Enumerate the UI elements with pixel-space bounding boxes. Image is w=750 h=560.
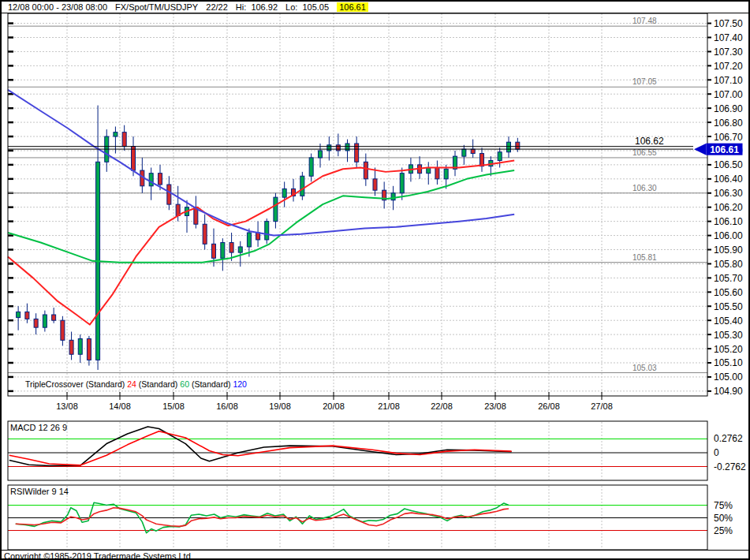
y-axis-label: 105.00 [714,371,743,383]
legend-part: 60 [180,379,189,389]
indicator-legend: TripleCrossover (Standard) 24 (Standard)… [25,379,247,389]
y-axis-label: 106.80 [714,118,743,129]
rsi-axis-label: 75% [714,500,733,511]
macd-axis-label: 0.2762 [714,433,743,444]
bar-count: 22/22 [206,2,228,12]
y-axis-label: 106.40 [714,174,743,185]
y-axis-label: 107.40 [714,32,743,43]
y-axis-label: 106.90 [714,103,743,114]
x-axis-label: 22/08 [431,401,453,411]
date-range: 12/08 00:00 - 23/08 08:00 [8,2,107,12]
y-axis-label: 107.20 [714,61,743,72]
y-axis-label: 107.30 [714,47,743,58]
chart-header: 12/08 00:00 - 23/08 08:00 FX/Spot/TM/USD… [8,2,374,12]
legend-part: (Standard) [189,379,233,389]
y-axis-label: 105.60 [714,287,743,298]
macd-plot-area[interactable] [8,421,707,480]
macd-axis-label: -0.2762 [714,461,746,472]
x-axis-label: 16/08 [216,401,238,411]
y-axis-label: 106.00 [714,230,743,241]
y-axis-label: 105.70 [714,273,743,284]
y-axis-label: 106.20 [714,202,743,213]
y-axis-label: 105.90 [714,245,743,256]
y-axis-label: 107.50 [714,18,743,29]
y-axis-label: 105.50 [714,301,743,312]
x-axis-label: 13/08 [56,401,78,411]
lo-label: Lo: [285,2,297,12]
y-axis-label: 106.50 [714,159,743,170]
legend-part: 120 [233,379,247,389]
macd-axis-label: 0 [714,447,719,458]
symbol: FX/Spot/TM/USDJPY [115,2,198,12]
x-axis-label: 23/08 [484,401,506,411]
y-axis-label: 105.80 [714,259,743,270]
last-price-text: 106.61 [710,144,739,155]
legend-part: 24 [127,379,136,389]
y-axis-label: 106.30 [714,188,743,199]
y-axis-label: 105.10 [714,357,743,368]
y-axis-label: 104.90 [714,386,743,397]
rsi-axis-label: 50% [714,513,733,524]
x-axis-label: 14/08 [109,401,131,411]
macd-panel-title: MACD 12 26 9 [10,423,67,432]
rsi-axis-label: 25% [714,525,733,536]
y-axis-label: 105.30 [714,330,743,341]
x-axis-label: 26/08 [538,401,560,411]
y-axis-label: 107.00 [714,89,743,100]
legend-part: (Standard) [136,379,180,389]
y-axis-label: 105.40 [714,315,743,327]
x-axis-label: 19/08 [269,401,291,411]
copyright-text: Copyright ©1985-2019 Tradermade Systems … [4,551,191,560]
x-axis-label: 20/08 [323,401,345,411]
rsi-panel-title: RSIWilder 9 14 [10,487,69,496]
y-axis-label: 107.10 [714,75,743,86]
chart-window: 107.50107.40107.30107.20107.10107.00106.… [0,0,750,560]
lo-value: 105.05 [302,2,329,12]
x-axis-label: 21/08 [378,401,400,411]
x-axis-label: 27/08 [591,401,613,411]
main-chart-svg: 107.50107.40107.30107.20107.10107.00106.… [2,2,750,560]
last-price-badge: 106.61 [337,2,368,12]
y-axis-label: 106.10 [714,216,743,227]
legend-part: TripleCrossover (Standard) [25,379,127,389]
main-plot-area[interactable] [8,13,707,396]
rsi-plot-area[interactable] [8,485,707,550]
y-axis-label: 106.70 [714,132,743,143]
x-axis-label: 15/08 [162,401,185,411]
y-axis-label: 105.20 [714,344,743,355]
hi-label: Hi: [236,2,246,12]
hi-value: 106.92 [251,2,278,12]
